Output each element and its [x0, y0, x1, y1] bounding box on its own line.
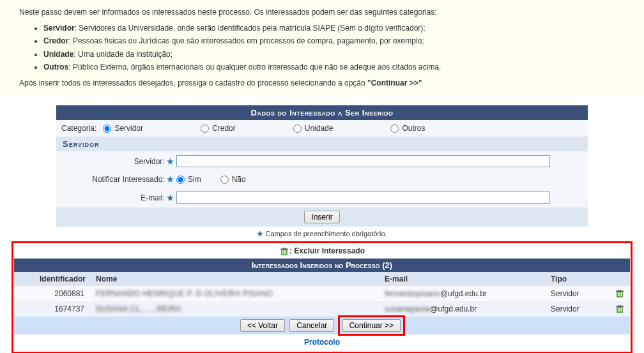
trash-icon: [615, 289, 625, 299]
interessados-table: Interessados Inseridos no Processo (2) I…: [14, 259, 630, 334]
cell-email: susanapaula@ufgd.edu.br: [379, 301, 546, 317]
categoria-outros[interactable]: Outros: [390, 124, 425, 133]
svg-rect-17: [621, 308, 622, 312]
col-id: Identificador: [14, 272, 91, 286]
mandatory-note: ★ Campos de preenchimento obrigatório.: [56, 227, 588, 241]
delete-row-button[interactable]: [610, 301, 630, 317]
info-panel: Neste passo devem ser informados os inte…: [0, 0, 644, 96]
inserir-button[interactable]: Inserir: [304, 211, 339, 223]
info-item: Outros: Público Externo, órgãos internac…: [43, 61, 625, 73]
servidor-input[interactable]: [176, 155, 550, 167]
excluir-legend: : Excluir Interessado: [14, 244, 630, 259]
servidor-label: Servidor: ★: [61, 157, 176, 166]
cell-tipo: Servidor: [546, 286, 610, 301]
info-after: Após inserir todos os interessados desej…: [19, 77, 625, 89]
info-item: Servidor: Servidores da Universidade, on…: [43, 22, 625, 34]
info-intro: Neste passo devem ser informados os inte…: [19, 6, 625, 19]
svg-rect-10: [619, 292, 620, 296]
notificar-label: Notificar Interessado: ★: [61, 175, 176, 184]
trash-icon: [279, 246, 289, 257]
table-row: 2060881 FERNANDO HENRIQUE P. D OLIVEIRA …: [14, 286, 630, 301]
form-panel: Dados do Interessado a Ser Inserido Cate…: [56, 105, 588, 227]
cell-tipo: Servidor: [546, 301, 610, 317]
cell-id: 2060881: [14, 286, 91, 301]
protocolo-link[interactable]: Protocolo: [304, 338, 340, 347]
notificar-sim[interactable]: Sim: [176, 175, 201, 184]
cell-nome: FERNANDO HENRIQUE P. D OLIVEIRA PISANO: [91, 286, 379, 301]
col-email: E-mail: [379, 272, 546, 286]
categoria-row: Categoria: Servidor Credor Unidade Outro…: [56, 120, 588, 137]
highlight-region: : Excluir Interessado Interessados Inser…: [12, 241, 632, 353]
svg-rect-5: [286, 250, 286, 254]
table-row: 1674737 SUSANA CL... ...REIRA susanapaul…: [14, 301, 630, 317]
info-item: Credor: Pessoas físicas ou Jurídicas que…: [43, 35, 625, 47]
svg-rect-11: [621, 292, 622, 296]
info-list: Servidor: Servidores da Universidade, on…: [43, 22, 625, 73]
cancelar-button[interactable]: Cancelar: [289, 319, 334, 332]
col-tipo: Tipo: [546, 272, 610, 286]
svg-rect-14: [616, 306, 624, 308]
svg-rect-9: [618, 292, 618, 296]
svg-rect-15: [618, 308, 618, 312]
continue-highlight: Continuar >>: [338, 315, 405, 336]
continuar-button[interactable]: Continuar >>: [342, 319, 401, 332]
protocolo-link-row: Protocolo: [14, 334, 630, 350]
svg-rect-4: [284, 250, 284, 254]
voltar-button[interactable]: << Voltar: [240, 319, 285, 332]
svg-rect-16: [619, 308, 620, 312]
svg-rect-2: [280, 249, 288, 250]
cell-id: 1674737: [14, 301, 91, 317]
notificar-nao[interactable]: Não: [220, 175, 246, 184]
svg-rect-8: [616, 291, 624, 292]
svg-rect-3: [282, 250, 283, 254]
cell-nome: SUSANA CL... ...REIRA: [91, 301, 379, 317]
col-nome: Nome: [91, 272, 379, 286]
categoria-unidade[interactable]: Unidade: [293, 124, 334, 133]
categoria-label: Categoria:: [61, 124, 99, 133]
categoria-servidor[interactable]: Servidor: [103, 124, 143, 133]
action-row: << Voltar Cancelar Continuar >>: [14, 317, 630, 334]
delete-row-button[interactable]: [610, 286, 630, 301]
servidor-subheader: Servidor: [56, 137, 588, 151]
list-header: Interessados Inseridos no Processo (2): [14, 259, 630, 272]
categoria-credor[interactable]: Credor: [201, 124, 236, 133]
cell-email: fernandopisano@ufgd.edu.br: [379, 286, 546, 301]
email-input[interactable]: [176, 192, 550, 204]
email-label: E-mail: ★: [61, 193, 176, 202]
info-item: Unidade: Uma unidade da instituição;: [43, 49, 625, 61]
form-title: Dados do Interessado a Ser Inserido: [56, 105, 588, 120]
trash-icon: [615, 304, 625, 314]
